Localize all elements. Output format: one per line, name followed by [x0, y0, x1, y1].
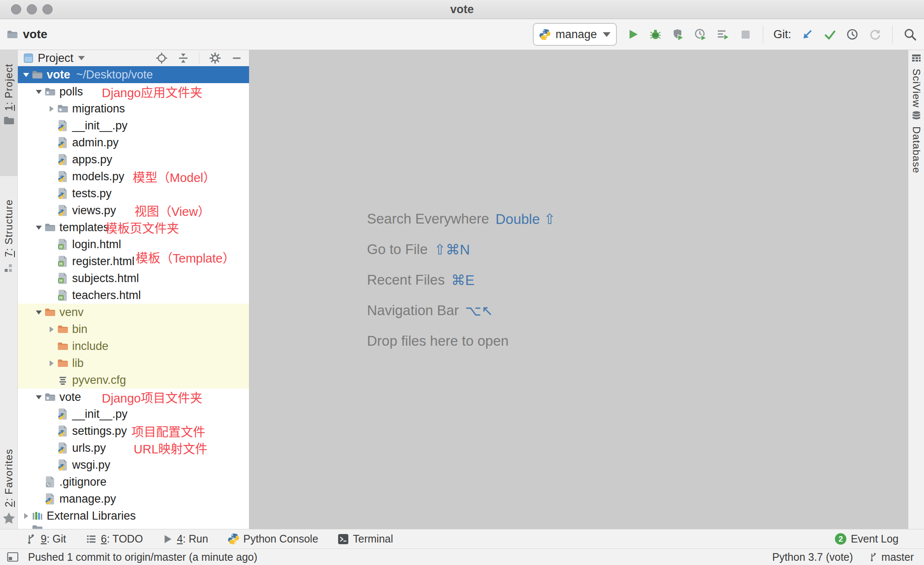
- svg-text:H: H: [59, 244, 63, 249]
- tree-item-gitignore[interactable]: .gitignore: [18, 473, 249, 490]
- tree-item-register-html[interactable]: Hregister.html模板（Template）: [18, 253, 249, 270]
- tree-item-polls[interactable]: pollsDjango应用文件夹: [18, 83, 249, 100]
- tree-item-label: admin.py: [72, 136, 119, 149]
- tree-item-pyvenv-cfg[interactable]: pyvenv.cfg: [18, 372, 249, 389]
- tree-item-venv[interactable]: venv: [18, 304, 249, 321]
- collapsed-arrow-icon[interactable]: [45, 326, 57, 333]
- status-bar: Pushed 1 commit to origin/master (a minu…: [0, 548, 924, 565]
- interpreter-widget[interactable]: Python 3.7 (vote): [772, 551, 853, 563]
- expanded-arrow-icon[interactable]: [33, 225, 45, 230]
- tree-item-apps-py[interactable]: apps.py: [18, 151, 249, 168]
- tree-item-label: register.html: [72, 255, 134, 268]
- tree-item-manage-py[interactable]: manage.py: [18, 490, 249, 507]
- tree-item-partial[interactable]: [18, 524, 249, 529]
- expanded-arrow-icon[interactable]: [33, 90, 45, 94]
- toolwindow-button-6-todo[interactable]: 6: TODO: [86, 533, 143, 545]
- tree-item-path: ~/Desktop/vote: [76, 68, 153, 81]
- hint-shortcut: ⌘E: [451, 272, 474, 288]
- tree-item-teachers-html[interactable]: Hteachers.html: [18, 287, 249, 304]
- tree-item-bin[interactable]: bin: [18, 321, 249, 338]
- annotation: URL映射文件: [134, 439, 207, 457]
- git-update-button[interactable]: [800, 27, 815, 42]
- status-message: Pushed 1 commit to origin/master (a minu…: [28, 551, 258, 563]
- toolwindow-button-label: 4: Run: [177, 533, 208, 545]
- toolwindow-button-python-console[interactable]: Python Console: [228, 533, 319, 545]
- tool-stripe-tab-1-project[interactable]: 1: Project: [0, 64, 18, 125]
- concurrency-diagram-button[interactable]: [716, 27, 730, 42]
- python-logo-icon: [539, 29, 551, 40]
- tree-item-label: venv: [59, 306, 84, 319]
- tree-item-views-py[interactable]: views.py视图（View）: [18, 202, 249, 219]
- close-button[interactable]: [11, 4, 21, 14]
- toggle-toolwindows-icon[interactable]: [7, 551, 19, 562]
- gear-button[interactable]: [208, 51, 222, 65]
- toolbar-separator: [892, 25, 893, 43]
- shortcut-hint: Recent Files⌘E: [367, 265, 555, 295]
- tool-stripe-tab-2-favorites[interactable]: 2: Favorites: [0, 449, 18, 524]
- python-logo-icon: [228, 533, 239, 545]
- minimize-button[interactable]: [27, 4, 37, 14]
- stripe-folder-icon: [3, 116, 14, 125]
- breadcrumb[interactable]: vote: [7, 28, 48, 41]
- tree-item-include[interactable]: include: [18, 338, 249, 355]
- tree-item-vote[interactable]: vote~/Desktop/vote: [18, 66, 249, 83]
- zoom-button[interactable]: [42, 4, 53, 14]
- run-configuration-select[interactable]: manage: [533, 23, 617, 46]
- stop-icon: [739, 28, 752, 41]
- hint-label: Drop files here to open: [367, 333, 509, 349]
- toolwindow-button-9-git[interactable]: 9: Git: [25, 533, 66, 545]
- tree-item-label: settings.py: [72, 425, 127, 438]
- project-panel-title[interactable]: Project: [38, 52, 73, 65]
- collapsed-arrow-icon[interactable]: [20, 513, 32, 519]
- tree-item-lib[interactable]: lib: [18, 355, 249, 372]
- profiler-button[interactable]: [693, 27, 708, 42]
- tool-stripe-tab-7-structure[interactable]: 7: Structure: [0, 199, 18, 273]
- expanded-arrow-icon[interactable]: [20, 73, 32, 77]
- debug-button[interactable]: [648, 27, 663, 42]
- tree-item-templates[interactable]: templates模板页文件夹: [18, 219, 249, 236]
- sciview-icon: [911, 53, 922, 64]
- shortcut-hint: Search EverywhereDouble ⇧: [367, 204, 555, 234]
- tree-item-models-py[interactable]: models.py模型（Model）: [18, 168, 249, 185]
- run-button[interactable]: [626, 27, 640, 42]
- folder-icon: [32, 524, 43, 529]
- run-with-coverage-button[interactable]: [671, 27, 685, 42]
- tree-item-tests-py[interactable]: tests.py: [18, 185, 249, 202]
- hint-label: Search Everywhere: [367, 211, 489, 227]
- update-icon: [801, 28, 814, 41]
- tool-stripe-tab-database[interactable]: Database: [908, 110, 924, 173]
- git-commit-button[interactable]: [823, 27, 837, 42]
- stop-button[interactable]: [738, 27, 753, 42]
- expanded-arrow-icon[interactable]: [33, 310, 45, 315]
- collapsed-arrow-icon[interactable]: [45, 360, 57, 366]
- tree-item-subjects-html[interactable]: Hsubjects.html: [18, 270, 249, 287]
- expanded-arrow-icon[interactable]: [33, 395, 45, 400]
- event-log-button[interactable]: 2 Event Log: [835, 533, 899, 545]
- tab-label: 2: Favorites: [3, 449, 15, 507]
- minus-button[interactable]: [230, 51, 244, 65]
- toolwindow-button-terminal[interactable]: Terminal: [338, 533, 393, 545]
- tree-item-settings-py[interactable]: settings.py项目配置文件: [18, 422, 249, 439]
- toolwindow-button-4-run[interactable]: 4: Run: [162, 533, 208, 545]
- git-history-button[interactable]: [845, 27, 860, 42]
- tool-stripe-tab-sciview[interactable]: SciView: [908, 53, 924, 108]
- collapsed-arrow-icon[interactable]: [45, 106, 57, 112]
- tree-item-init-py[interactable]: __init__.py: [18, 406, 249, 422]
- target-button[interactable]: [154, 51, 169, 65]
- folder-orange-icon: [57, 324, 68, 334]
- git-revert-button[interactable]: [868, 27, 882, 42]
- tree-item-wsgi-py[interactable]: wsgi.py: [18, 456, 249, 473]
- tree-item-external-libraries[interactable]: External Libraries: [18, 507, 249, 524]
- tree-item-vote[interactable]: voteDjango项目文件夹: [18, 389, 249, 406]
- git-branch-widget[interactable]: master: [868, 551, 914, 563]
- tree-item-label: apps.py: [72, 153, 112, 166]
- py-icon: [57, 120, 68, 131]
- tree-item-init-py[interactable]: __init__.py: [18, 117, 249, 134]
- tree-item-urls-py[interactable]: urls.pyURL映射文件: [18, 439, 249, 456]
- tree-item-migrations[interactable]: migrations: [18, 100, 249, 117]
- search-everywhere-button[interactable]: [903, 27, 917, 42]
- tree-item-admin-py[interactable]: admin.py: [18, 134, 249, 151]
- toolbar-separator: [763, 25, 763, 43]
- collapse-button[interactable]: [176, 51, 190, 65]
- search-icon: [903, 28, 917, 41]
